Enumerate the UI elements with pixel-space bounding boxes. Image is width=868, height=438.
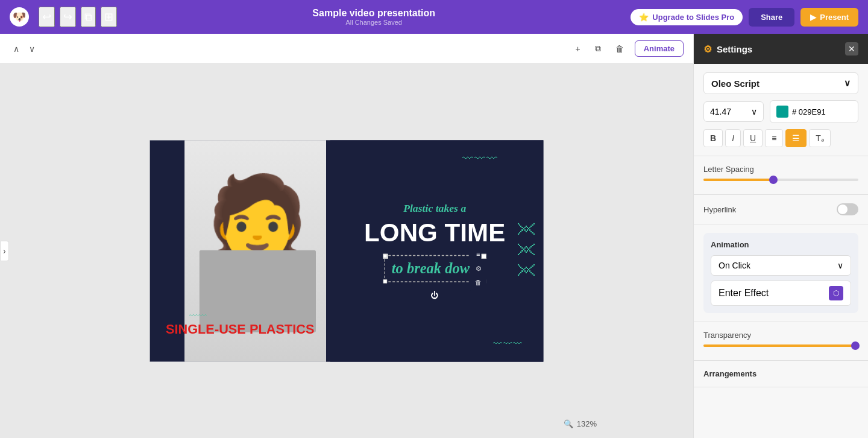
italic-button[interactable]: I bbox=[725, 129, 741, 147]
nav-icons: ↩ ↪ ⧉ ⊞ bbox=[39, 7, 117, 27]
save-status: All Changes Saved bbox=[124, 19, 623, 26]
handle-bl[interactable] bbox=[383, 279, 388, 284]
font-dropdown[interactable]: Oleo Script ∨ bbox=[703, 72, 858, 94]
font-section: Oleo Script ∨ 41.47 ∨ # 029E91 B I U ≡ ☰ bbox=[694, 64, 868, 156]
panel-title: ⚙ Settings bbox=[703, 43, 752, 55]
zoom-level: 132% bbox=[577, 419, 597, 428]
selected-text-box[interactable]: to break down ≡ ⚙ 🗑 bbox=[385, 255, 485, 282]
bags-placeholder bbox=[200, 250, 316, 332]
size-color-row: 41.47 ∨ # 029E91 bbox=[703, 100, 858, 123]
play-icon: ▶ bbox=[810, 13, 816, 22]
canvas-area: ∧ ∨ + ⧉ 🗑 Animate › bbox=[0, 34, 693, 438]
title-area: Sample video presentation All Changes Sa… bbox=[124, 8, 623, 26]
upgrade-button[interactable]: ⭐ Upgrade to Slides Pro bbox=[631, 9, 743, 25]
wave-left-decoration: 〰〰 bbox=[189, 311, 207, 321]
underline-button[interactable]: U bbox=[743, 129, 763, 147]
duplicate-button[interactable]: ⧉ bbox=[591, 41, 605, 56]
bold-button[interactable]: B bbox=[703, 129, 723, 147]
anchor-icon[interactable]: ⏻ bbox=[430, 290, 439, 300]
hyperlink-toggle[interactable] bbox=[837, 203, 858, 215]
hyperlink-label: Hyperlink bbox=[703, 205, 736, 214]
color-swatch bbox=[776, 106, 788, 118]
letter-spacing-thumb[interactable] bbox=[769, 176, 778, 184]
panel-close-button[interactable]: ✕ bbox=[845, 42, 858, 56]
letter-spacing-label: Letter Spacing bbox=[703, 165, 858, 174]
animation-effect-row[interactable]: Enter Effect ⬡ bbox=[711, 281, 851, 306]
transparency-fill bbox=[703, 344, 855, 347]
format-row: B I U ≡ ☰ Tₐ bbox=[703, 129, 858, 147]
context-toolbar: ≡ ⚙ 🗑 bbox=[470, 246, 486, 291]
arrangements-section: Arrangements bbox=[694, 361, 868, 387]
panel-header: ⚙ Settings ✕ bbox=[694, 34, 868, 64]
slide-canvas[interactable]: 🧑 SINGLE-USE PLASTICS 〰〰 〰〰〰 bbox=[0, 64, 693, 438]
font-name: Oleo Script bbox=[711, 78, 760, 89]
transparency-label: Transparency bbox=[703, 331, 858, 340]
redo-button[interactable]: ↪ bbox=[60, 7, 76, 27]
align-button[interactable]: ☰ bbox=[785, 129, 807, 147]
delete-button[interactable]: 🗑 bbox=[612, 42, 627, 56]
add-element-button[interactable]: + bbox=[572, 42, 584, 56]
slide-toolbar: ∧ ∨ + ⧉ 🗑 Animate bbox=[0, 34, 693, 64]
wave-bottom-decoration: 〰〰〰 bbox=[493, 339, 523, 350]
slide-left: 🧑 SINGLE-USE PLASTICS bbox=[150, 140, 330, 361]
effect-icon: ⬡ bbox=[829, 286, 843, 300]
size-chevron: ∨ bbox=[751, 107, 757, 116]
app-logo[interactable]: 🐶 bbox=[10, 7, 29, 27]
animation-section: Animation On Click ∨ Enter Effect ⬡ bbox=[694, 224, 868, 322]
slide-right: 〰〰〰 Plastic takes a LONG TIME to bbox=[326, 140, 543, 361]
letter-spacing-fill bbox=[703, 179, 773, 181]
settings-panel: ⚙ Settings ✕ Oleo Script ∨ 41.47 ∨ # 029… bbox=[693, 34, 868, 438]
slide-red-text: SINGLE-USE PLASTICS bbox=[166, 322, 315, 337]
gear-ctx-button[interactable]: ⚙ bbox=[473, 262, 484, 275]
lines-ctx-button[interactable]: ≡ bbox=[473, 248, 484, 260]
slide-down-button[interactable]: ∨ bbox=[25, 42, 39, 56]
color-hex: # 029E91 bbox=[792, 107, 826, 116]
slide-break-text: to break down bbox=[392, 260, 478, 278]
zoom-icon: 🔍 bbox=[564, 419, 573, 428]
right-actions: ⭐ Upgrade to Slides Pro Share ▶ Present bbox=[631, 8, 858, 27]
panel-gear-icon: ⚙ bbox=[703, 43, 712, 55]
handle-tl[interactable] bbox=[383, 253, 388, 258]
animation-label: Animation bbox=[711, 240, 851, 249]
animate-button[interactable]: Animate bbox=[635, 40, 684, 57]
zoom-bar: 🔍 132% bbox=[564, 419, 597, 428]
transparency-slider[interactable] bbox=[703, 344, 858, 347]
transparency-thumb[interactable] bbox=[851, 341, 860, 350]
font-size-dropdown[interactable]: 41.47 ∨ bbox=[703, 101, 764, 122]
presentation-title: Sample video presentation bbox=[124, 8, 623, 19]
list-button[interactable]: ≡ bbox=[765, 129, 783, 147]
font-color-button[interactable]: # 029E91 bbox=[770, 100, 858, 123]
slide-strip-toggle[interactable]: › bbox=[0, 241, 9, 261]
present-button[interactable]: ▶ Present bbox=[800, 8, 858, 27]
undo-button[interactable]: ↩ bbox=[39, 7, 55, 27]
letter-spacing-slider[interactable] bbox=[703, 179, 858, 181]
wave-top-decoration: 〰〰〰 bbox=[462, 153, 498, 165]
font-chevron: ∨ bbox=[844, 78, 851, 89]
handle-tr[interactable] bbox=[482, 253, 486, 258]
toggle-knob bbox=[838, 205, 848, 214]
main-layout: ∧ ∨ + ⧉ 🗑 Animate › bbox=[0, 34, 868, 438]
zigzag-decoration: ⩙⩙⩙ bbox=[517, 218, 535, 279]
grid-nav-button[interactable]: ⊞ bbox=[101, 7, 117, 27]
duplicate-nav-button[interactable]: ⧉ bbox=[81, 7, 96, 27]
star-icon: ⭐ bbox=[639, 13, 649, 22]
arrangements-label: Arrangements bbox=[703, 369, 858, 378]
hyperlink-row: Hyperlink bbox=[703, 203, 858, 215]
share-button[interactable]: Share bbox=[749, 8, 794, 27]
trash-ctx-button[interactable]: 🗑 bbox=[473, 276, 484, 288]
topbar: 🐶 ↩ ↪ ⧉ ⊞ Sample video presentation All … bbox=[0, 0, 868, 34]
slide-nav: ∧ ∨ bbox=[10, 42, 39, 56]
case-button[interactable]: Tₐ bbox=[809, 129, 831, 147]
slide-subtitle: Plastic takes a bbox=[403, 202, 466, 214]
canvas-wrapper: › 🧑 SINGLE-USE PL bbox=[0, 64, 693, 438]
slide-up-button[interactable]: ∧ bbox=[10, 42, 23, 56]
animation-box: Animation On Click ∨ Enter Effect ⬡ bbox=[703, 233, 858, 313]
font-size-value: 41.47 bbox=[710, 107, 731, 116]
effect-label: Enter Effect bbox=[719, 288, 769, 299]
transparency-section: Transparency bbox=[694, 322, 868, 361]
slide-main-text: LONG TIME bbox=[364, 219, 505, 247]
trigger-chevron: ∨ bbox=[837, 261, 843, 270]
hyperlink-section: Hyperlink bbox=[694, 195, 868, 224]
letter-spacing-section: Letter Spacing bbox=[694, 156, 868, 195]
animation-trigger-dropdown[interactable]: On Click ∨ bbox=[711, 255, 851, 276]
